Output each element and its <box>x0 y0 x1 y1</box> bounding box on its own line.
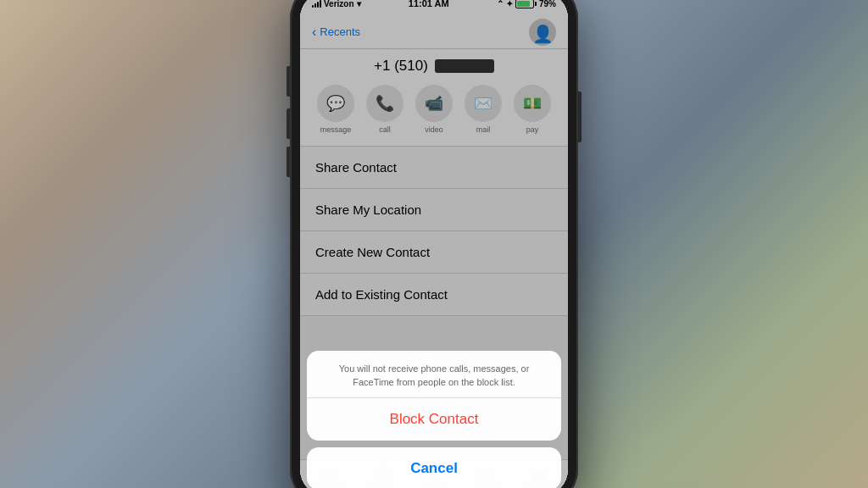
action-sheet-message: You will not receive phone calls, messag… <box>307 351 561 398</box>
block-contact-button[interactable]: Block Contact <box>307 398 561 441</box>
cancel-button[interactable]: Cancel <box>307 447 561 488</box>
phone-device: Verizon ▾ 11:01 AM ⌃ ✦ 79% ‹ Recents <box>290 0 578 488</box>
action-sheet: You will not receive phone calls, messag… <box>307 351 561 441</box>
action-sheet-overlay: You will not receive phone calls, messag… <box>300 0 568 488</box>
phone-screen: Verizon ▾ 11:01 AM ⌃ ✦ 79% ‹ Recents <box>300 0 568 488</box>
